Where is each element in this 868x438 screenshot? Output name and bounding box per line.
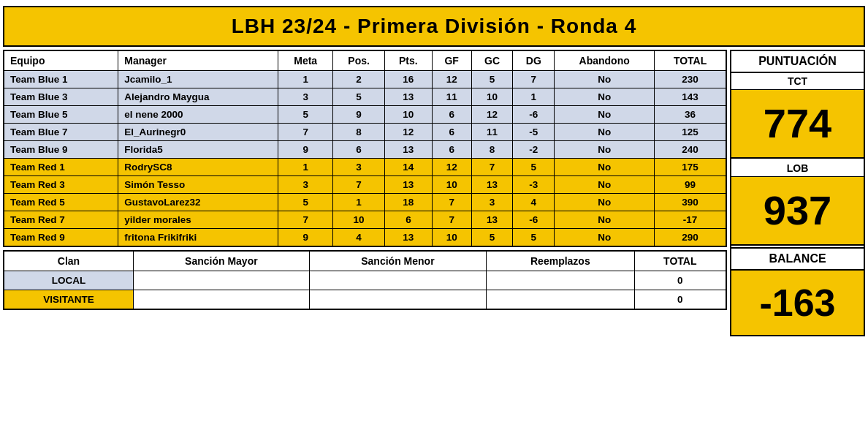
gf-cell: 7 [432,211,471,229]
dg-cell: 7 [513,71,555,88]
sanc-header-reemplazos: Reemplazos [487,251,634,271]
table-row: Team Red 3 Simón Tesso 3 7 13 10 13 -3 N… [4,176,726,194]
pts-cell: 18 [385,194,433,211]
pos-cell: 8 [333,124,385,141]
abandono-cell: No [555,176,655,194]
meta-cell: 7 [278,211,333,229]
pos-cell: 6 [333,141,385,159]
total-cell: 143 [655,88,726,106]
lob-label: LOB [731,160,864,177]
pos-cell: 10 [333,211,385,229]
abandono-cell: No [555,194,655,211]
sanctions-total-cell: 0 [634,290,726,310]
table-row: Team Blue 3 Alejandro Maygua 3 5 13 11 1… [4,88,726,106]
header-manager: Manager [118,50,278,71]
equipo-cell: Team Red 1 [4,159,118,176]
meta-cell: 3 [278,176,333,194]
reemplazos-cell [487,290,634,310]
sanc-header-total: TOTAL [634,251,726,271]
clan-cell: VISITANTE [4,290,134,310]
gc-cell: 3 [471,194,513,211]
equipo-cell: Team Blue 1 [4,71,118,88]
gc-cell: 7 [471,159,513,176]
header-gc: GC [471,50,513,71]
gc-cell: 10 [471,88,513,106]
pos-cell: 3 [333,159,385,176]
lob-section: LOB 937 [731,160,864,246]
table-row: Team Blue 1 Jcamilo_1 1 2 16 12 5 7 No 2… [4,71,726,88]
total-cell: 240 [655,141,726,159]
abandono-cell: No [555,71,655,88]
gc-cell: 12 [471,106,513,124]
header-meta: Meta [278,50,333,71]
total-cell: 125 [655,124,726,141]
manager-cell: El_Aurinegr0 [118,124,278,141]
dg-cell: 1 [513,88,555,106]
puntuacion-label: PUNTUACIÓN [731,51,864,73]
meta-cell: 5 [278,194,333,211]
gc-cell: 5 [471,71,513,88]
sancion-mayor-cell [134,271,310,290]
meta-cell: 7 [278,124,333,141]
abandono-cell: No [555,124,655,141]
tct-label: TCT [731,73,864,90]
page-wrapper: LBH 23/24 - Primera División - Ronda 4 E… [3,6,865,336]
gc-cell: 13 [471,211,513,229]
equipo-cell: Team Blue 3 [4,88,118,106]
lob-value: 937 [731,177,864,244]
pts-cell: 13 [385,88,433,106]
abandono-cell: No [555,211,655,229]
dg-cell: -6 [513,211,555,229]
manager-cell: fritona Frikifriki [118,229,278,247]
pos-cell: 9 [333,106,385,124]
sancion-menor-cell [309,271,486,290]
gc-cell: 13 [471,176,513,194]
sanc-header-menor: Sanción Menor [309,251,486,271]
total-cell: 175 [655,159,726,176]
meta-cell: 1 [278,159,333,176]
pts-cell: 13 [385,176,433,194]
manager-cell: Alejandro Maygua [118,88,278,106]
dg-cell: -3 [513,176,555,194]
dg-cell: -5 [513,124,555,141]
table-row: Team Red 1 RodrySC8 1 3 14 12 7 5 No 175 [4,159,726,176]
equipo-cell: Team Red 7 [4,211,118,229]
balance-value: -163 [731,271,864,335]
manager-cell: Simón Tesso [118,176,278,194]
dg-cell: 5 [513,229,555,247]
sanctions-row: VISITANTE 0 [4,290,726,310]
header-gf: GF [432,50,471,71]
sanctions-row: LOCAL 0 [4,271,726,290]
manager-cell: RodrySC8 [118,159,278,176]
gf-cell: 10 [432,176,471,194]
pts-cell: 12 [385,124,433,141]
standings-table: Equipo Manager Meta Pos. Pts. GF GC DG A… [3,50,727,247]
gf-cell: 6 [432,141,471,159]
sanc-header-mayor: Sanción Mayor [134,251,310,271]
gf-cell: 10 [432,229,471,247]
gc-cell: 8 [471,141,513,159]
table-row: Team Blue 9 Florida5 9 6 13 6 8 -2 No 24… [4,141,726,159]
header-dg: DG [513,50,555,71]
meta-cell: 5 [278,106,333,124]
abandono-cell: No [555,141,655,159]
meta-cell: 1 [278,71,333,88]
manager-cell: Jcamilo_1 [118,71,278,88]
manager-cell: Florida5 [118,141,278,159]
equipo-cell: Team Blue 7 [4,124,118,141]
total-cell: -17 [655,211,726,229]
gf-cell: 6 [432,124,471,141]
pts-cell: 16 [385,71,433,88]
abandono-cell: No [555,106,655,124]
table-row: Team Red 7 yilder morales 7 10 6 7 13 -6… [4,211,726,229]
pos-cell: 1 [333,194,385,211]
pos-cell: 7 [333,176,385,194]
sancion-mayor-cell [134,290,310,310]
pos-cell: 4 [333,229,385,247]
total-cell: 99 [655,176,726,194]
header-pos: Pos. [333,50,385,71]
tables-area: Equipo Manager Meta Pos. Pts. GF GC DG A… [3,50,727,310]
balance-section: BALANCE -163 [731,247,864,335]
manager-cell: yilder morales [118,211,278,229]
table-row: Team Red 9 fritona Frikifriki 9 4 13 10 … [4,229,726,247]
